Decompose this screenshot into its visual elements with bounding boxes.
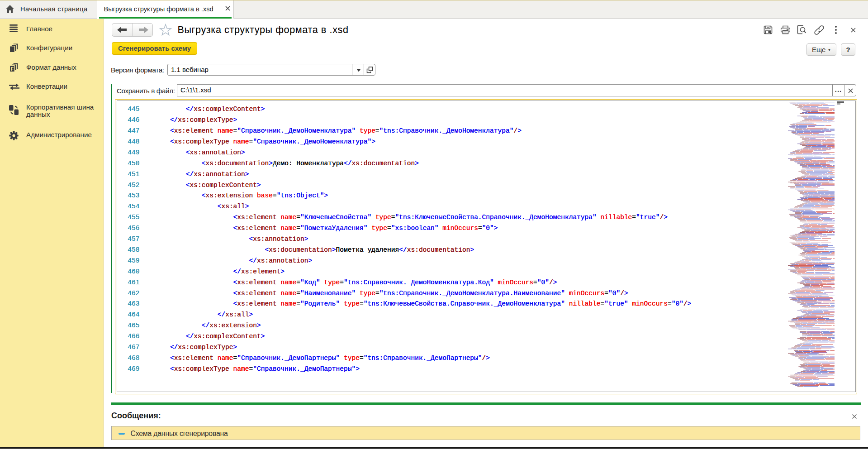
svg-text:F: F: [11, 66, 14, 72]
